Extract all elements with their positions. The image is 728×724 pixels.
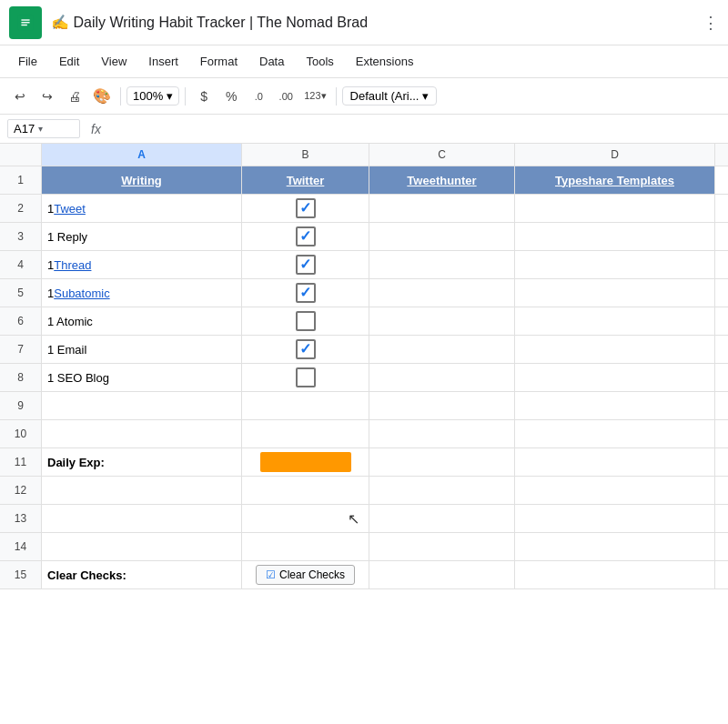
row-num-2[interactable]: 2 [0, 195, 42, 222]
cell-b3[interactable]: ✓ [242, 223, 369, 250]
row-num-15[interactable]: 15 [0, 561, 42, 588]
cell-c13 [369, 505, 515, 532]
row-num-4[interactable]: 4 [0, 251, 42, 278]
cell-b4[interactable]: ✓ [242, 251, 369, 278]
more-options-icon[interactable]: ⋮ [703, 13, 719, 33]
cell-b5[interactable]: ✓ [242, 279, 369, 307]
dollar-button[interactable]: $ [191, 84, 217, 109]
row-num-8[interactable]: 8 [0, 364, 42, 391]
cell-b6[interactable] [242, 307, 369, 335]
menu-data[interactable]: Data [250, 51, 293, 72]
checkbox-b7[interactable]: ✓ [296, 339, 316, 359]
checkbox-b4[interactable]: ✓ [296, 255, 316, 275]
subatomic-link[interactable]: Subatomic [54, 287, 109, 300]
menu-format[interactable]: Format [191, 51, 247, 72]
cell-a12 [42, 477, 242, 504]
cell-a9 [42, 392, 242, 419]
percent-button[interactable]: % [218, 84, 244, 109]
cell-a15: Clear Checks: [42, 561, 242, 588]
row-num-1[interactable]: 1 [0, 166, 42, 194]
column-headers: A B C D [0, 144, 728, 166]
font-selector[interactable]: Default (Ari... ▾ [342, 86, 438, 106]
divider-1 [120, 87, 121, 106]
title-bar: ✍ Daily Writing Habit Tracker | The Noma… [0, 0, 728, 45]
cell-c5 [369, 279, 515, 307]
cell-d12 [515, 477, 715, 504]
app-icon [9, 6, 42, 39]
cell-b13: ↖ [242, 505, 369, 532]
menu-extensions[interactable]: Extensions [347, 51, 423, 72]
table-row: 1 Writing Twitter Tweethunter Typeshare … [0, 166, 728, 195]
row-num-7[interactable]: 7 [0, 336, 42, 363]
redo-button[interactable]: ↪ [35, 84, 60, 109]
row-num-14[interactable]: 14 [0, 533, 42, 560]
paint-format-button[interactable]: 🎨 [89, 84, 115, 109]
menu-file[interactable]: File [9, 51, 46, 72]
cell-d2 [515, 195, 715, 222]
document-title: ✍ Daily Writing Habit Tracker | The Noma… [51, 14, 703, 31]
cursor-icon: ↖ [348, 510, 359, 528]
menu-bar: File Edit View Insert Format Data Tools … [0, 45, 728, 78]
print-button[interactable]: 🖨 [62, 84, 87, 109]
col-header-d[interactable]: D [515, 144, 715, 166]
cell-b8[interactable] [242, 364, 369, 391]
cell-b7[interactable]: ✓ [242, 336, 369, 363]
decimal00-button[interactable]: .00 [273, 84, 298, 109]
cell-c9 [369, 392, 515, 419]
row-num-3[interactable]: 3 [0, 223, 42, 250]
col-header-c[interactable]: C [369, 144, 515, 166]
cell-a3: 1 Reply [42, 223, 242, 250]
cell-reference[interactable]: A17 ▾ [7, 119, 80, 138]
spreadsheet: A B C D 1 Writing Twitter Tweethunter Ty… [0, 144, 728, 589]
cell-a14 [42, 533, 242, 560]
cell-d7 [515, 336, 715, 363]
table-row: 13 ↖ [0, 505, 728, 533]
cell-d3 [515, 223, 715, 250]
tweet-link[interactable]: Tweet [54, 202, 86, 216]
cell-c10 [369, 420, 515, 447]
cell-c4 [369, 251, 515, 278]
cell-b10 [242, 420, 369, 447]
undo-button[interactable]: ↩ [7, 84, 33, 109]
cell-a6: 1 Atomic [42, 307, 242, 335]
menu-insert[interactable]: Insert [139, 51, 187, 72]
table-row: 2 1 Tweet ✓ [0, 195, 728, 223]
clear-checks-button[interactable]: ☑ Clear Checks [256, 565, 355, 585]
table-row: 11 Daily Exp: [0, 448, 728, 477]
thread-link[interactable]: Thread [54, 258, 91, 272]
exp-bar [260, 452, 351, 472]
col-header-b[interactable]: B [242, 144, 369, 166]
cell-a13 [42, 505, 242, 532]
table-row: 8 1 SEO Blog [0, 364, 728, 392]
cell-b2[interactable]: ✓ [242, 195, 369, 222]
zoom-selector[interactable]: 100% ▾ [126, 86, 179, 106]
col-header-a[interactable]: A [42, 144, 242, 166]
row-num-11[interactable]: 11 [0, 448, 42, 476]
decimal0-button[interactable]: .0 [246, 84, 271, 109]
row-num-10[interactable]: 10 [0, 420, 42, 447]
cell-d6 [515, 307, 715, 335]
cell-b15: ☑ Clear Checks [242, 561, 369, 588]
checkbox-b2[interactable]: ✓ [296, 198, 316, 218]
row-num-6[interactable]: 6 [0, 307, 42, 335]
row-num-12[interactable]: 12 [0, 477, 42, 504]
more-formats-button[interactable]: 123▾ [300, 84, 329, 109]
row-num-5[interactable]: 5 [0, 279, 42, 307]
cell-d15 [515, 561, 715, 588]
cell-d10 [515, 420, 715, 447]
menu-view[interactable]: View [92, 51, 136, 72]
row-num-9[interactable]: 9 [0, 392, 42, 419]
table-row: 6 1 Atomic [0, 307, 728, 336]
menu-edit[interactable]: Edit [50, 51, 88, 72]
checkbox-b6[interactable] [296, 311, 316, 331]
row-num-13[interactable]: 13 [0, 505, 42, 532]
checkbox-b3[interactable]: ✓ [296, 226, 316, 246]
table-row: 5 1 Subatomic ✓ [0, 279, 728, 307]
checkbox-b5[interactable]: ✓ [296, 283, 316, 303]
toolbar: ↩ ↪ 🖨 🎨 100% ▾ $ % .0 .00 123▾ Default (… [0, 78, 728, 115]
cell-b12 [242, 477, 369, 504]
menu-tools[interactable]: Tools [297, 51, 342, 72]
table-row: 7 1 Email ✓ [0, 336, 728, 364]
svg-rect-2 [21, 22, 29, 23]
checkbox-b8[interactable] [296, 367, 316, 387]
